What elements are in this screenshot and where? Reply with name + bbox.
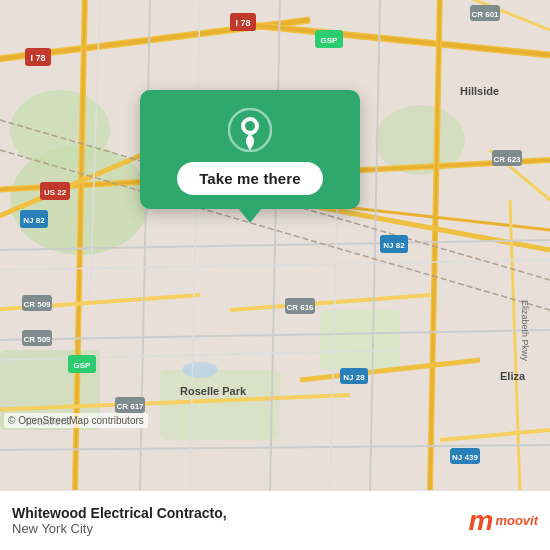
place-name: Whitewood Electrical Contracto,	[12, 505, 468, 521]
svg-text:Hillside: Hillside	[460, 85, 499, 97]
svg-text:GSP: GSP	[321, 36, 339, 45]
svg-rect-4	[320, 310, 400, 370]
svg-rect-6	[160, 370, 280, 440]
svg-text:CR 617: CR 617	[116, 402, 144, 411]
place-city: New York City	[12, 521, 468, 536]
svg-point-7	[182, 362, 218, 378]
svg-text:Elizabeth Pkwy: Elizabeth Pkwy	[520, 300, 530, 362]
map-attribution: © OpenStreetMap contributors	[4, 413, 148, 428]
svg-text:CR 601: CR 601	[471, 10, 499, 19]
moovit-logo: m moovit	[468, 507, 538, 535]
svg-text:CR 509: CR 509	[23, 335, 51, 344]
bottom-bar: Whitewood Electrical Contracto, New York…	[0, 490, 550, 550]
svg-text:GSP: GSP	[74, 361, 92, 370]
svg-text:US 22: US 22	[44, 188, 67, 197]
svg-text:NJ 439: NJ 439	[452, 453, 478, 462]
svg-text:I 78: I 78	[30, 53, 45, 63]
svg-text:I 78: I 78	[235, 18, 250, 28]
svg-text:CR 616: CR 616	[286, 303, 314, 312]
svg-text:CR 509: CR 509	[23, 300, 51, 309]
map-container: I 78 I 78 GSP GSP NJ 82 NJ 82 US 22 CR 5…	[0, 0, 550, 490]
place-info: Whitewood Electrical Contracto, New York…	[12, 505, 468, 536]
svg-text:NJ 82: NJ 82	[383, 241, 405, 250]
svg-point-79	[245, 121, 255, 131]
svg-text:Roselle Park: Roselle Park	[180, 385, 247, 397]
moovit-wordmark: moovit	[495, 514, 538, 527]
moovit-m-letter: m	[468, 507, 493, 535]
take-me-there-button[interactable]: Take me there	[177, 162, 323, 195]
svg-text:CR 623: CR 623	[493, 155, 521, 164]
svg-text:NJ 28: NJ 28	[343, 373, 365, 382]
svg-text:NJ 82: NJ 82	[23, 216, 45, 225]
location-pin-icon	[228, 108, 272, 152]
popup-card: Take me there	[140, 90, 360, 209]
svg-text:Eliza: Eliza	[500, 370, 526, 382]
